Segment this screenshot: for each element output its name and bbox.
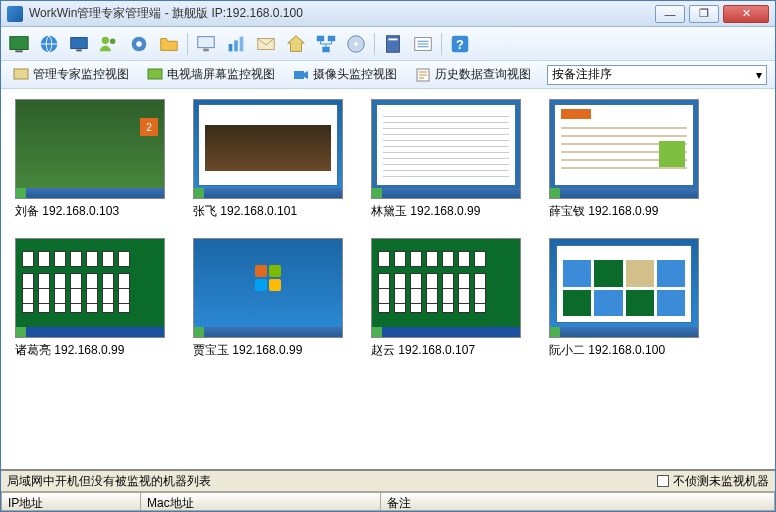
client-name: 薛宝钗 <box>549 204 585 218</box>
users-icon[interactable] <box>97 32 121 56</box>
thumbnail-grid-area: 2 刘备 192.168.0.103 张飞 192.168.0.101 林黛玉 … <box>1 89 775 469</box>
sort-value: 按备注排序 <box>552 66 612 83</box>
svg-rect-26 <box>148 69 162 79</box>
toolbar-separator <box>374 33 375 55</box>
svg-rect-16 <box>328 35 335 41</box>
list-icon[interactable] <box>411 32 435 56</box>
tab-camera-view[interactable]: 摄像头监控视图 <box>287 64 403 85</box>
screenshot-icon <box>549 238 699 338</box>
client-ip: 192.168.0.99 <box>588 204 658 218</box>
col-ip[interactable]: IP地址 <box>1 492 141 511</box>
svg-rect-4 <box>76 49 82 51</box>
svg-rect-10 <box>203 48 209 51</box>
client-name: 刘备 <box>15 204 39 218</box>
toolbar-separator <box>441 33 442 55</box>
main-toolbar: ? <box>1 27 775 61</box>
tab-label: 历史数据查询视图 <box>435 66 531 83</box>
col-note[interactable]: 备注 <box>381 492 775 511</box>
svg-rect-1 <box>15 50 22 52</box>
svg-rect-20 <box>387 35 400 52</box>
close-button[interactable]: ✕ <box>723 5 769 23</box>
mail-icon[interactable] <box>254 32 278 56</box>
screenshot-icon <box>15 238 165 338</box>
client-thumbnail[interactable]: 阮小二 192.168.0.100 <box>549 238 699 359</box>
sort-dropdown[interactable]: 按备注排序 ▾ <box>547 65 767 85</box>
chevron-down-icon: ▾ <box>756 68 762 82</box>
svg-rect-3 <box>71 37 88 48</box>
book-icon[interactable] <box>381 32 405 56</box>
toolbar-separator <box>187 33 188 55</box>
network-icon[interactable] <box>314 32 338 56</box>
svg-text:?: ? <box>456 36 464 51</box>
tv-icon <box>147 67 163 83</box>
svg-rect-11 <box>229 44 233 51</box>
screenshot-icon <box>549 99 699 199</box>
client-thumbnail[interactable]: 赵云 192.168.0.107 <box>371 238 521 359</box>
app-window: WorkWin管理专家管理端 - 旗舰版 IP:192.168.0.100 — … <box>0 0 776 512</box>
svg-point-19 <box>354 42 358 46</box>
monitor-icon[interactable] <box>7 32 31 56</box>
tab-manager-view[interactable]: 管理专家监控视图 <box>7 64 135 85</box>
svg-rect-27 <box>294 71 304 79</box>
client-thumbnail[interactable]: 贾宝玉 192.168.0.99 <box>193 238 343 359</box>
detect-checkbox[interactable]: 不侦测未监视机器 <box>657 473 769 490</box>
client-ip: 192.168.0.99 <box>410 204 480 218</box>
titlebar[interactable]: WorkWin管理专家管理端 - 旗舰版 IP:192.168.0.100 — … <box>1 1 775 27</box>
view-tab-bar: 管理专家监控视图 电视墙屏幕监控视图 摄像头监控视图 历史数据查询视图 按备注排… <box>1 61 775 89</box>
minimize-button[interactable]: — <box>655 5 685 23</box>
client-ip: 192.168.0.107 <box>398 343 475 357</box>
svg-rect-15 <box>317 35 324 41</box>
svg-rect-9 <box>198 36 215 47</box>
client-thumbnail[interactable]: 2 刘备 192.168.0.103 <box>15 99 165 220</box>
screenshot-icon <box>193 99 343 199</box>
svg-rect-21 <box>388 38 397 40</box>
col-mac[interactable]: Mac地址 <box>141 492 381 511</box>
help-icon[interactable]: ? <box>448 32 472 56</box>
globe-icon[interactable] <box>37 32 61 56</box>
maximize-button[interactable]: ❐ <box>689 5 719 23</box>
client-name: 林黛玉 <box>371 204 407 218</box>
client-name: 贾宝玉 <box>193 343 229 357</box>
tab-label: 电视墙屏幕监控视图 <box>167 66 275 83</box>
svg-rect-13 <box>240 36 244 51</box>
screenshot-icon <box>371 99 521 199</box>
tab-history-view[interactable]: 历史数据查询视图 <box>409 64 537 85</box>
tab-label: 摄像头监控视图 <box>313 66 397 83</box>
svg-rect-0 <box>10 36 28 49</box>
client-ip: 192.168.0.103 <box>42 204 119 218</box>
camera-icon <box>293 67 309 83</box>
chart-icon[interactable] <box>224 32 248 56</box>
client-name: 张飞 <box>193 204 217 218</box>
home-icon[interactable] <box>284 32 308 56</box>
client-name: 诸葛亮 <box>15 343 51 357</box>
client-thumbnail[interactable]: 诸葛亮 192.168.0.99 <box>15 238 165 359</box>
svg-point-8 <box>136 41 142 47</box>
history-icon <box>415 67 431 83</box>
computer-icon[interactable] <box>194 32 218 56</box>
screen-icon[interactable] <box>67 32 91 56</box>
tab-tvwall-view[interactable]: 电视墙屏幕监控视图 <box>141 64 281 85</box>
table-header: IP地址 Mac地址 备注 <box>1 491 775 511</box>
client-ip: 192.168.0.99 <box>232 343 302 357</box>
svg-rect-25 <box>14 69 28 79</box>
screenshot-icon: 2 <box>15 99 165 199</box>
title-text: WorkWin管理专家管理端 - 旗舰版 IP:192.168.0.100 <box>29 5 655 22</box>
panel-heading: 局域网中开机但没有被监视的机器列表 <box>7 473 211 490</box>
checkbox-icon <box>657 475 669 487</box>
checkbox-label: 不侦测未监视机器 <box>673 473 769 490</box>
monitor-icon <box>13 67 29 83</box>
screenshot-icon <box>371 238 521 338</box>
disc-icon[interactable] <box>344 32 368 56</box>
client-thumbnail[interactable]: 张飞 192.168.0.101 <box>193 99 343 220</box>
svg-rect-17 <box>322 46 329 52</box>
folder-icon[interactable] <box>157 32 181 56</box>
client-thumbnail[interactable]: 林黛玉 192.168.0.99 <box>371 99 521 220</box>
svg-point-5 <box>102 36 109 43</box>
tab-label: 管理专家监控视图 <box>33 66 129 83</box>
client-thumbnail[interactable]: 薛宝钗 192.168.0.99 <box>549 99 699 220</box>
unmonitored-panel: 局域网中开机但没有被监视的机器列表 不侦测未监视机器 IP地址 Mac地址 备注 <box>1 469 775 511</box>
client-ip: 192.168.0.101 <box>220 204 297 218</box>
svg-rect-12 <box>234 40 238 51</box>
settings-icon[interactable] <box>127 32 151 56</box>
client-ip: 192.168.0.99 <box>54 343 124 357</box>
